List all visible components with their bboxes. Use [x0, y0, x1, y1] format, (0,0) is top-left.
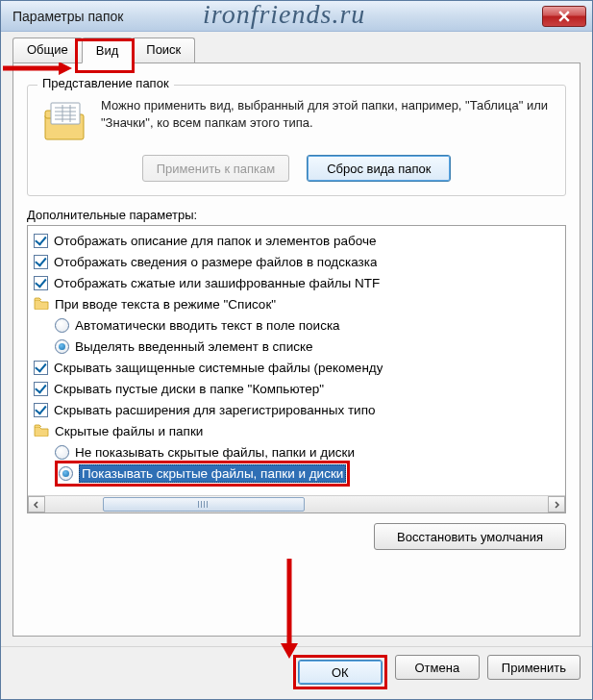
list-item-label: Отображать сведения о размере файлов в п…	[54, 255, 377, 269]
folder-views-legend: Представление папок	[37, 76, 174, 90]
ok-highlight-annotation: ОК	[293, 655, 387, 689]
list-item[interactable]: Скрывать защищенные системные файлы (рек…	[30, 357, 563, 378]
titlebar: Параметры папок ironfriends.ru	[1, 1, 592, 32]
checkbox-icon[interactable]	[34, 361, 48, 375]
folder-views-description: Можно применить вид, выбранный для этой …	[101, 97, 552, 132]
checkbox-icon[interactable]	[34, 276, 48, 290]
advanced-settings-label: Дополнительные параметры:	[27, 208, 566, 222]
tab-search[interactable]: Поиск	[132, 38, 195, 62]
checkbox-icon[interactable]	[34, 255, 48, 269]
checkbox-icon[interactable]	[34, 382, 48, 396]
list-item-label: Показывать скрытые файлы, папки и диски	[79, 464, 346, 483]
list-item-label: Автоматически вводить текст в поле поиск…	[75, 318, 340, 333]
tab-view[interactable]: Вид	[82, 38, 134, 63]
radio-icon[interactable]	[55, 339, 69, 354]
list-item[interactable]: При вводе текста в режиме "Список"	[30, 293, 563, 314]
radio-icon[interactable]	[59, 466, 73, 481]
ok-button[interactable]: ОК	[298, 660, 383, 685]
radio-icon[interactable]	[55, 318, 69, 333]
list-item[interactable]: Отображать сжатые или зашифрованные файл…	[30, 272, 563, 293]
tab-panel-view: Представление папок Можно применить вид,…	[12, 62, 581, 637]
chevron-right-icon	[553, 501, 560, 509]
horizontal-scrollbar[interactable]	[28, 495, 565, 512]
option-highlight-annotation: Показывать скрытые файлы, папки и диски	[55, 461, 350, 487]
list-item-label: Скрытые файлы и папки	[55, 424, 203, 438]
close-icon	[558, 11, 570, 22]
apply-button[interactable]: Применить	[487, 655, 581, 680]
folder-views-group: Представление папок Можно применить вид,…	[27, 85, 566, 196]
cancel-button[interactable]: Отмена	[395, 655, 480, 680]
window-title: Параметры папок	[12, 9, 542, 24]
scrollbar-thumb[interactable]	[103, 497, 305, 512]
apply-to-folders-button: Применить к папкам	[142, 155, 290, 182]
content-area: Общие Вид Поиск Представление папок	[1, 32, 592, 646]
list-item-label: Не показывать скрытые файлы, папки и дис…	[75, 445, 355, 460]
list-item-label: Отображать описание для папок и элементо…	[54, 234, 376, 248]
svg-rect-2	[51, 103, 80, 124]
folder-options-icon	[41, 97, 87, 143]
reset-folders-button[interactable]: Сброс вида папок	[307, 155, 451, 182]
advanced-settings-section: Дополнительные параметры: Отображать опи…	[27, 208, 566, 550]
checkbox-icon[interactable]	[34, 234, 48, 248]
folder-icon	[34, 296, 55, 312]
list-item[interactable]: Показывать скрытые файлы, папки и диски	[30, 462, 563, 484]
list-item-label: Скрывать расширения для зарегистрированн…	[54, 403, 375, 417]
list-item[interactable]: Отображать сведения о размере файлов в п…	[30, 251, 563, 272]
list-item[interactable]: Выделять введенный элемент в списке	[30, 336, 563, 357]
dialog-buttons: ОК Отмена Применить	[1, 646, 592, 699]
tab-strip: Общие Вид Поиск	[12, 38, 581, 62]
list-item[interactable]: Скрытые файлы и папки	[30, 420, 563, 441]
list-item-label: Отображать сжатые или зашифрованные файл…	[54, 276, 380, 290]
list-item-label: Скрывать пустые диски в папке "Компьютер…	[54, 382, 324, 396]
tab-general[interactable]: Общие	[12, 38, 83, 62]
list-item-label: При вводе текста в режиме "Список"	[55, 297, 276, 312]
list-item[interactable]: Автоматически вводить текст в поле поиск…	[30, 314, 563, 336]
list-item[interactable]: Скрывать расширения для зарегистрированн…	[30, 399, 563, 420]
checkbox-icon[interactable]	[34, 403, 48, 417]
list-item[interactable]: Скрывать пустые диски в папке "Компьютер…	[30, 378, 563, 399]
advanced-settings-list[interactable]: Отображать описание для папок и элементо…	[27, 225, 566, 513]
scroll-left-button[interactable]	[28, 496, 45, 512]
chevron-left-icon	[33, 501, 40, 509]
list-item-label: Скрывать защищенные системные файлы (рек…	[54, 361, 383, 375]
list-item[interactable]: Отображать описание для папок и элементо…	[30, 230, 563, 251]
close-button[interactable]	[542, 6, 586, 27]
folder-options-window: Параметры папок ironfriends.ru Общие Вид…	[0, 0, 593, 700]
scroll-right-button[interactable]	[548, 496, 565, 512]
restore-defaults-button[interactable]: Восстановить умолчания	[374, 523, 566, 550]
list-item-label: Выделять введенный элемент в списке	[75, 339, 313, 354]
folder-icon	[34, 423, 55, 439]
radio-icon[interactable]	[55, 445, 69, 460]
